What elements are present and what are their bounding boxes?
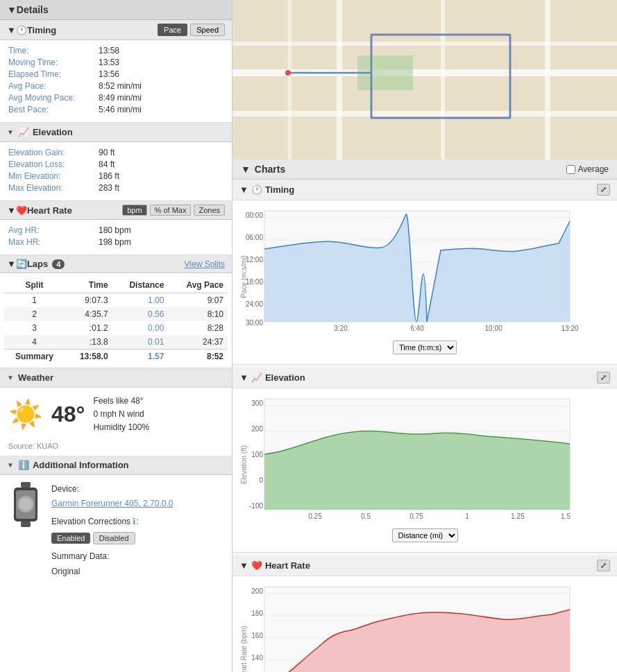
temperature: 48° xyxy=(51,402,85,427)
svg-text:180: 180 xyxy=(251,610,263,617)
avg-pace-value: 8:52 min/mi xyxy=(99,81,142,91)
svg-text:6:40: 6:40 xyxy=(410,325,424,332)
details-triangle: ▼ xyxy=(7,4,17,15)
device-name[interactable]: Garmin Forerunner 405, 2.70.0.0 xyxy=(51,499,173,508)
additional-triangle: ▼ xyxy=(7,461,14,469)
svg-text:200: 200 xyxy=(251,587,263,595)
summary-data-label: Summary Data: xyxy=(51,551,109,561)
moving-time-label: Moving Time: xyxy=(8,58,99,67)
elev-loss-row: Elevation Loss:84 ft xyxy=(8,160,223,169)
svg-text:3:20: 3:20 xyxy=(334,325,348,332)
elevation-content: Elevation Gain:90 ft Elevation Loss:84 f… xyxy=(0,142,232,201)
heart-rate-chart-expand-button[interactable]: ⤢ xyxy=(597,560,610,571)
heart-rate-section-header[interactable]: ▼ ❤️ Heart Rate bpm % of Max Zones xyxy=(0,201,232,220)
view-splits-link[interactable]: View Splits xyxy=(185,259,225,269)
zones-button[interactable]: Zones xyxy=(194,205,225,216)
pace-button[interactable]: Pace xyxy=(158,24,187,36)
timing-chart-label: Timing xyxy=(265,184,294,195)
device-icon xyxy=(8,482,43,580)
elevation-chart-area: 300 200 100 0 -100 Elevation (ft) xyxy=(233,388,617,552)
min-elev-row: Min Elevation:186 ft xyxy=(8,171,223,181)
distance-cell: 0.00 xyxy=(112,321,169,335)
average-checkbox-container: Average xyxy=(566,164,609,174)
laps-content: Split Time Distance Avg Pace 1 9:07.3 1.… xyxy=(0,273,232,368)
elevation-chart-select[interactable]: Distance (mi) xyxy=(392,528,458,542)
split-cell: 3 xyxy=(4,321,65,335)
weather-section-header[interactable]: ▼ Weather xyxy=(0,368,232,388)
average-label: Average xyxy=(578,164,609,174)
summary-time-cell: 13:58.0 xyxy=(65,350,112,364)
table-row: 1 9:07.3 1.00 9:07 xyxy=(4,293,228,308)
hr-chart-heart-icon: ❤️ xyxy=(251,560,262,571)
time-cell: 4:35.7 xyxy=(65,307,112,321)
heart-icon: ❤️ xyxy=(16,205,27,216)
time-col-header: Time xyxy=(65,277,112,293)
feels-like: Feels like 48° xyxy=(93,395,149,408)
elev-info-icon[interactable]: ℹ xyxy=(133,517,136,526)
svg-text:Pace (m:s/mi): Pace (m:s/mi) xyxy=(240,255,248,298)
additional-section-header[interactable]: ▼ ℹ️ Additional Information xyxy=(0,456,232,475)
charts-header-left: ▼ Charts xyxy=(241,164,285,175)
split-col-header: Split xyxy=(4,277,65,293)
laps-table: Split Time Distance Avg Pace 1 9:07.3 1.… xyxy=(4,277,228,363)
svg-rect-13 xyxy=(288,0,291,160)
timing-chart-select[interactable]: Time (h:m:s) xyxy=(393,341,457,354)
svg-text:0.75: 0.75 xyxy=(409,512,423,520)
timing-chart-footer: Time (h:m:s) xyxy=(239,338,610,357)
laps-section-header[interactable]: ▼ 🔄 Laps 4 View Splits xyxy=(0,255,232,273)
disabled-button[interactable]: Disabled xyxy=(93,532,135,544)
device-label-text: Device: xyxy=(51,484,79,494)
elev-gain-row: Elevation Gain:90 ft xyxy=(8,148,223,157)
humidity: Humidity 100% xyxy=(93,421,149,434)
enabled-button[interactable]: Enabled xyxy=(51,533,90,544)
svg-text:160: 160 xyxy=(251,632,263,639)
elev-gain-label: Elevation Gain: xyxy=(8,148,99,157)
hr-buttons: bpm % of Max Zones xyxy=(122,205,225,216)
heart-rate-chart-svg: 200 180 160 140 120 100 Heart Rate (bpm) xyxy=(239,583,580,672)
avg-hr-row: Avg HR:180 bpm xyxy=(8,225,223,235)
elevation-chart-header: ▼ 📈 Elevation ⤢ xyxy=(233,368,617,388)
speed-button[interactable]: Speed xyxy=(190,24,225,36)
timing-chart-expand-button[interactable]: ⤢ xyxy=(597,184,610,196)
timing-section-header[interactable]: ▼ 🕐 Timing Pace Speed xyxy=(0,20,232,40)
elevation-chart-triangle: ▼ xyxy=(239,372,248,383)
timing-chart-section: ▼ 🕐 Timing ⤢ 00:00 06:00 12:00 18:00 24:… xyxy=(233,180,617,365)
svg-rect-0 xyxy=(21,482,31,488)
max-elev-row: Max Elevation:283 ft xyxy=(8,183,223,193)
elevation-section-header[interactable]: ▼ 📈 Elevation xyxy=(0,123,232,142)
timing-chart-svg: 00:00 06:00 12:00 18:00 24:00 30:00 Pace… xyxy=(239,207,580,336)
timing-chart-triangle: ▼ xyxy=(239,184,248,195)
map-area xyxy=(233,0,617,160)
elevation-chart-expand-button[interactable]: ⤢ xyxy=(597,372,610,384)
timing-content: Time:13:58 Moving Time:13:53 Elapsed Tim… xyxy=(0,40,232,123)
elevation-chart-section: ▼ 📈 Elevation ⤢ 300 200 100 0 -100 Eleva… xyxy=(233,368,617,553)
timing-chart-area: 00:00 06:00 12:00 18:00 24:00 30:00 Pace… xyxy=(233,200,617,364)
svg-text:30:00: 30:00 xyxy=(246,319,263,327)
max-elev-value: 283 ft xyxy=(99,183,119,193)
summary-label-cell: Summary xyxy=(4,350,65,364)
svg-point-5 xyxy=(19,498,32,510)
svg-text:Heart Rate (bpm): Heart Rate (bpm) xyxy=(240,626,248,672)
charts-header: ▼ Charts Average xyxy=(233,160,617,180)
svg-text:1.25: 1.25 xyxy=(511,512,525,520)
laps-count-badge: 4 xyxy=(52,259,65,269)
svg-text:1.5: 1.5 xyxy=(561,512,570,520)
elev-corrections-label: Elevation Corrections xyxy=(51,517,130,526)
time-label: Time: xyxy=(8,46,99,55)
pct-max-button[interactable]: % of Max xyxy=(150,205,192,216)
elapsed-time-value: 13:56 xyxy=(99,69,119,79)
timing-chart-header: ▼ 🕐 Timing ⤢ xyxy=(233,180,617,200)
table-row: 4 :13.8 0.01 24:37 xyxy=(4,335,228,350)
weather-triangle: ▼ xyxy=(7,374,14,381)
svg-rect-1 xyxy=(21,522,31,527)
average-checkbox[interactable] xyxy=(566,165,575,174)
avg-pace-col-header: Avg Pace xyxy=(168,277,228,293)
table-row: 2 4:35.7 0.56 8:10 xyxy=(4,307,228,321)
heart-rate-chart-section: ▼ ❤️ Heart Rate ⤢ 200 180 160 140 120 10… xyxy=(233,555,617,672)
bpm-button[interactable]: bpm xyxy=(122,205,146,216)
elev-loss-value: 84 ft xyxy=(99,160,115,169)
avg-hr-value: 180 bpm xyxy=(99,225,131,235)
avg-pace-row: Avg Pace:8:52 min/mi xyxy=(8,81,223,91)
distance-cell: 0.56 xyxy=(112,307,169,321)
elapsed-time-row: Elapsed Time:13:56 xyxy=(8,69,223,79)
